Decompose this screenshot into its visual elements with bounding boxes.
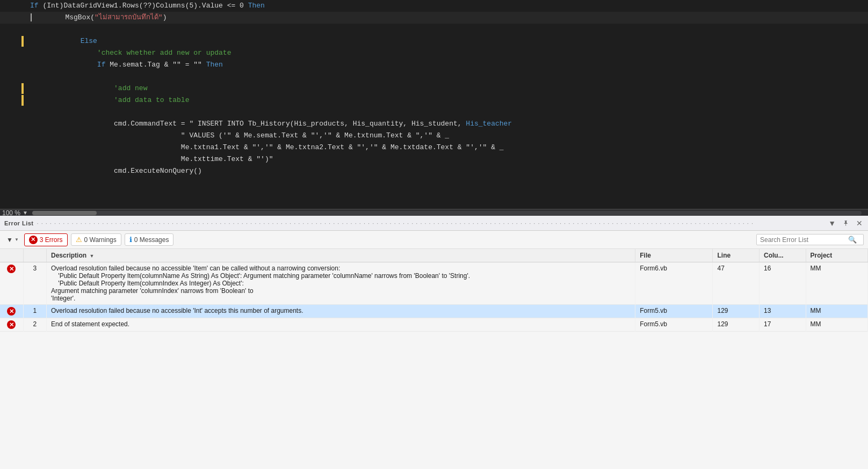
warning-icon: ⚠ bbox=[76, 236, 82, 244]
row-project-cell: MM bbox=[806, 305, 867, 318]
sort-arrow-icon: ▼ bbox=[89, 253, 94, 259]
error-icon: ✕ bbox=[7, 307, 16, 316]
table-row[interactable]: ✕ 1 Overload resolution failed because n… bbox=[0, 305, 868, 318]
code-line-11: cmd.CommandText = " INSERT INTO Tb_Histo… bbox=[0, 118, 868, 130]
col-icon bbox=[0, 249, 23, 262]
row-project-cell: MM bbox=[806, 318, 867, 332]
row-number-cell: 3 bbox=[23, 262, 46, 305]
code-line-13: Me.txtna1.Text & "','" & Me.txtna2.Text … bbox=[0, 142, 868, 153]
row-file-cell: Form5.vb bbox=[635, 305, 713, 318]
cursor bbox=[31, 13, 32, 21]
scrollbar-row[interactable]: 100 % ▼ bbox=[0, 209, 868, 216]
error-icon: ✕ bbox=[7, 320, 16, 329]
col-description[interactable]: Description ▼ bbox=[47, 249, 635, 262]
warnings-button[interactable]: ⚠ 0 Warnings bbox=[71, 233, 121, 246]
code-text: cmd.CommandText = " INSERT INTO Tb_Histo… bbox=[24, 119, 868, 129]
error-list-title: Error List bbox=[4, 220, 34, 226]
panel-dropdown-icon[interactable]: ▼ bbox=[827, 219, 837, 228]
table-row[interactable]: ✕ 3 Overload resolution failed because n… bbox=[0, 262, 868, 305]
header-icons: ▼ 🖈 ✕ bbox=[827, 219, 864, 228]
panel-close-icon[interactable]: ✕ bbox=[855, 219, 864, 228]
code-text bbox=[24, 24, 868, 35]
filter-button[interactable]: ▼ ▼ bbox=[4, 235, 21, 245]
row-file-cell: Form6.vb bbox=[635, 262, 713, 305]
message-icon: ℹ bbox=[129, 236, 132, 244]
col-column[interactable]: Colu... bbox=[760, 249, 806, 262]
error-circle-icon: ✕ bbox=[29, 236, 38, 244]
row-error-icon-cell: ✕ bbox=[0, 318, 23, 332]
row-column-cell: 16 bbox=[760, 262, 806, 305]
row-error-icon-cell: ✕ bbox=[0, 305, 23, 318]
search-input[interactable] bbox=[760, 236, 846, 244]
code-text: Me.txttime.Text & "')" bbox=[24, 154, 868, 165]
code-line-9: 'add data to table bbox=[0, 94, 868, 106]
col-project[interactable]: Project bbox=[806, 249, 867, 262]
errors-button[interactable]: ✕ 3 Errors bbox=[24, 233, 68, 246]
code-text: If (Int)DataGridView1.Rows(??)Columns(5)… bbox=[24, 1, 868, 11]
error-list-header: Error List · · · · · · · · · · · · · · ·… bbox=[0, 216, 868, 231]
filter-icon: ▼ bbox=[6, 236, 13, 244]
code-line-1: If (Int)DataGridView1.Rows(??)Columns(5)… bbox=[0, 0, 868, 12]
error-table-area[interactable]: Description ▼ File Line Colu... Project … bbox=[0, 249, 868, 469]
code-text: If Me.semat.Tag & "" = "" Then bbox=[24, 60, 868, 70]
error-icon: ✕ bbox=[7, 265, 16, 273]
row-column-cell: 17 bbox=[760, 318, 806, 332]
code-text bbox=[24, 71, 868, 82]
code-line-5: 'check whether add new or update bbox=[0, 47, 868, 59]
row-error-icon-cell: ✕ bbox=[0, 262, 23, 305]
code-text: Me.txtna1.Text & "','" & Me.txtna2.Text … bbox=[24, 142, 868, 153]
row-number-cell: 2 bbox=[23, 318, 46, 332]
filter-arrow: ▼ bbox=[15, 237, 19, 242]
code-text: MsgBox("ไม่สามารถบันทึกได้") bbox=[24, 12, 868, 23]
code-text: cmd.ExecuteNonQuery() bbox=[24, 166, 868, 177]
row-number-cell: 1 bbox=[23, 305, 46, 318]
row-project-cell: MM bbox=[806, 262, 867, 305]
search-box[interactable]: 🔍 bbox=[756, 234, 864, 245]
messages-label: 0 Messages bbox=[134, 236, 169, 244]
code-text: Else bbox=[24, 36, 868, 47]
description-header-label: Description bbox=[51, 252, 86, 259]
row-file-cell: Form5.vb bbox=[635, 318, 713, 332]
horizontal-scrollbar[interactable] bbox=[32, 211, 862, 215]
code-line-2: MsgBox("ไม่สามารถบันทึกได้") bbox=[0, 12, 868, 24]
col-num bbox=[23, 249, 46, 262]
table-header-row: Description ▼ File Line Colu... Project bbox=[0, 249, 868, 262]
row-line-cell: 129 bbox=[713, 305, 760, 318]
code-line-7 bbox=[0, 71, 868, 83]
code-text: 'add new bbox=[24, 83, 868, 94]
error-list-toolbar: ▼ ▼ ✕ 3 Errors ⚠ 0 Warnings ℹ 0 Messages… bbox=[0, 231, 868, 249]
warnings-label: 0 Warnings bbox=[84, 236, 117, 244]
row-description-cell: Overload resolution failed because no ac… bbox=[47, 262, 635, 305]
row-line-cell: 47 bbox=[713, 262, 760, 305]
panel-pin-icon[interactable]: 🖈 bbox=[841, 219, 851, 228]
scrollbar-thumb[interactable] bbox=[32, 211, 97, 215]
code-line-14: Me.txttime.Text & "')" bbox=[0, 153, 868, 165]
code-line-10 bbox=[0, 106, 868, 118]
search-icon: 🔍 bbox=[848, 236, 857, 244]
code-line-3 bbox=[0, 24, 868, 35]
row-line-cell: 129 bbox=[713, 318, 760, 332]
code-text: 'add data to table bbox=[24, 95, 868, 106]
code-text: 'check whether add new or update bbox=[24, 48, 868, 58]
code-line-6: If Me.semat.Tag & "" = "" Then bbox=[0, 59, 868, 71]
row-description-cell: Overload resolution failed because no ac… bbox=[47, 305, 635, 318]
col-line[interactable]: Line bbox=[713, 249, 760, 262]
errors-label: 3 Errors bbox=[40, 236, 63, 244]
error-list-panel: Error List · · · · · · · · · · · · · · ·… bbox=[0, 216, 868, 469]
code-text bbox=[24, 107, 868, 118]
code-line-4: Else bbox=[0, 35, 868, 47]
row-column-cell: 13 bbox=[760, 305, 806, 318]
zoom-arrow[interactable]: ▼ bbox=[23, 210, 28, 216]
col-file[interactable]: File bbox=[635, 249, 713, 262]
messages-button[interactable]: ℹ 0 Messages bbox=[125, 233, 174, 246]
error-table: Description ▼ File Line Colu... Project … bbox=[0, 249, 868, 332]
row-description-cell: End of statement expected. bbox=[47, 318, 635, 332]
code-line-8: 'add new bbox=[0, 83, 868, 94]
error-table-body: ✕ 3 Overload resolution failed because n… bbox=[0, 262, 868, 332]
code-line-15: cmd.ExecuteNonQuery() bbox=[0, 165, 868, 177]
code-text: " VALUES ('" & Me.semat.Text & "','" & M… bbox=[24, 130, 868, 141]
code-line-12: " VALUES ('" & Me.semat.Text & "','" & M… bbox=[0, 130, 868, 142]
table-row[interactable]: ✕ 2 End of statement expected. Form5.vb … bbox=[0, 318, 868, 332]
code-editor[interactable]: If (Int)DataGridView1.Rows(??)Columns(5)… bbox=[0, 0, 868, 209]
dotted-separator: · · · · · · · · · · · · · · · · · · · · … bbox=[37, 220, 824, 226]
